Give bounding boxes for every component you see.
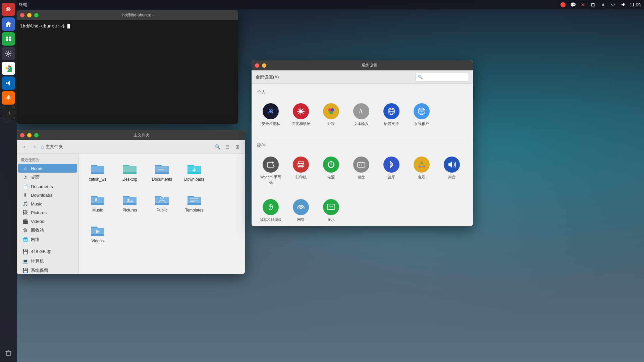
taskbar-terminal[interactable]: _$ <box>2 106 15 119</box>
settings-window: 系统设置 全部设置(A) 🔍 个人 安 <box>252 60 473 226</box>
hardware-grid: Wacom 手写板 打印机 <box>257 153 468 188</box>
settings-minimize-btn[interactable] <box>262 63 266 68</box>
power-label: 电源 <box>327 175 335 179</box>
settings-bluetooth[interactable]: 蓝牙 <box>378 153 405 188</box>
settings-brightness[interactable]: 亮度和锁屏 <box>287 99 315 130</box>
display-settings-label: 显示 <box>327 217 335 222</box>
folder-videos[interactable]: Videos <box>84 221 111 246</box>
filemanager-window: 主文件夹 ‹ › ⌂ 主文件夹 🔍 ☰ ⊞ 最近使用的 ⌂ Home 🖥 桌面 <box>17 130 245 274</box>
sidebar-item-trash[interactable]: 🗑 回收站 <box>18 226 77 235</box>
settings-printer[interactable]: 打印机 <box>287 153 315 188</box>
hardware-grid-2: 鼠标和触摸板 网络 <box>257 195 468 226</box>
taskbar-chrome[interactable] <box>2 62 15 75</box>
display-icon[interactable]: ⊞ <box>589 1 597 8</box>
svg-rect-10 <box>158 169 164 170</box>
bluetooth-topbar-icon[interactable] <box>599 1 607 8</box>
topbar: 终端 🔴 💬 ✕ ⊞ 11:09 <box>17 0 644 9</box>
folder-downloads[interactable]: Downloads <box>181 159 208 184</box>
folder-pictures[interactable]: Pictures <box>116 190 143 215</box>
sidebar-item-network[interactable]: 🌐 网络 <box>18 235 77 244</box>
taskbar-home[interactable] <box>2 17 15 31</box>
settings-close-btn[interactable] <box>255 63 259 68</box>
close-icon[interactable]: ✕ <box>579 1 587 8</box>
settings-mouse[interactable]: 鼠标和触摸板 <box>257 195 284 226</box>
settings-search-input[interactable] <box>415 73 469 81</box>
taskbar-xiaomi[interactable]: 米 <box>2 91 15 105</box>
taskbar-settings[interactable] <box>2 47 15 60</box>
terminal-maximize-btn[interactable] <box>34 13 39 17</box>
settings-security[interactable]: 安全和隐私 <box>257 99 284 130</box>
settings-section-personal: 个人 安全和隐私 <box>257 89 468 130</box>
chat-icon[interactable]: 💬 <box>569 1 577 8</box>
filemanager-minimize-btn[interactable] <box>27 133 32 137</box>
list-view-button[interactable]: ☰ <box>223 142 232 152</box>
terminal-minimize-btn[interactable] <box>27 13 32 17</box>
sidebar-item-home[interactable]: ⌂ Home <box>18 164 77 173</box>
path-bar: ⌂ 主文件夹 <box>41 144 211 150</box>
settings-power[interactable]: 电源 <box>317 153 345 188</box>
folder-public[interactable]: Public <box>149 190 175 215</box>
folder-icon-public <box>154 192 170 206</box>
sidebar-item-music[interactable]: 🎵 Music <box>18 199 77 208</box>
settings-text-input[interactable]: A 文本输入 <box>347 99 375 130</box>
redmine-icon[interactable]: 🔴 <box>559 1 567 8</box>
folder-music[interactable]: Music <box>84 190 111 215</box>
settings-online[interactable]: 在线帐户 <box>408 99 435 130</box>
grid-view-button[interactable]: ⊞ <box>233 142 242 152</box>
svg-text:Ctrl: Ctrl <box>359 164 366 167</box>
settings-keyboard[interactable]: Ctrl 键盘 <box>347 153 375 188</box>
settings-display[interactable]: 显示 <box>317 195 345 226</box>
svg-rect-1 <box>9 37 11 39</box>
taskbar-trash[interactable] <box>2 346 15 359</box>
settings-appearance[interactable]: 外观 <box>317 99 345 130</box>
brightness-label: 亮度和锁屏 <box>292 121 310 126</box>
filemanager-maximize-btn[interactable] <box>34 133 39 137</box>
terminal-content[interactable]: lhd@lhd-ubuntu:~$ <box>17 20 238 32</box>
settings-content: 个人 安全和隐私 <box>252 84 473 226</box>
network-topbar-icon[interactable] <box>609 1 617 8</box>
sidebar-item-system[interactable]: 💾 系统保留 <box>18 266 77 274</box>
settings-color[interactable]: 色彩 <box>408 153 435 188</box>
terminal-close-btn[interactable] <box>20 13 24 17</box>
sidebar-item-videos[interactable]: 🎬 Videos <box>18 217 77 226</box>
topbar-app-label: 终端 <box>19 2 28 8</box>
settings-language[interactable]: 语言支持 <box>378 99 405 130</box>
text-input-label: 文本输入 <box>354 121 369 126</box>
sidebar-home-label: Home <box>31 166 43 171</box>
search-button[interactable]: 🔍 <box>213 142 222 152</box>
language-icon <box>383 103 399 119</box>
filemanager-title: 主文件夹 <box>41 132 241 138</box>
settings-network[interactable]: 网络 <box>287 195 315 226</box>
folder-catkin-ws[interactable]: catkin_ws <box>84 159 111 184</box>
volume-sidebar-icon: 💾 <box>22 249 28 254</box>
pictures-icon: 🖼 <box>22 210 28 215</box>
sidebar-item-documents[interactable]: 📄 Documents <box>18 182 77 191</box>
settings-wacom[interactable]: Wacom 手写板 <box>257 153 284 188</box>
mouse-icon <box>263 199 279 215</box>
sidebar-item-computer[interactable]: 💻 计算机 <box>18 256 77 266</box>
back-button[interactable]: ‹ <box>19 142 29 152</box>
folder-label-pictures: Pictures <box>122 208 137 213</box>
forward-button[interactable]: › <box>30 142 40 152</box>
svg-rect-0 <box>6 37 8 39</box>
sidebar-item-volume[interactable]: 💾 448 GB 卷 <box>18 247 77 256</box>
svg-point-32 <box>303 165 304 166</box>
folder-templates[interactable]: Templates <box>181 190 208 215</box>
sidebar-computer-label: 计算机 <box>31 258 44 264</box>
filemanager-close-btn[interactable] <box>20 133 24 137</box>
volume-icon[interactable] <box>620 1 627 8</box>
taskbar-vscode[interactable] <box>2 76 15 90</box>
folder-documents[interactable]: Documents <box>149 159 175 184</box>
settings-sound[interactable]: 声音 <box>438 153 466 188</box>
sidebar-item-pictures[interactable]: 🖼 Pictures <box>18 208 77 217</box>
taskbar-logo[interactable]: 终 <box>2 3 15 16</box>
folder-desktop[interactable]: Desktop <box>116 159 143 184</box>
sidebar-volume-label: 448 GB 卷 <box>31 249 51 255</box>
taskbar-appstore[interactable] <box>2 32 15 46</box>
filemanager-titlebar: 主文件夹 <box>17 130 245 140</box>
system-icon: 💾 <box>22 268 28 273</box>
folder-label-music: Music <box>92 208 103 213</box>
divider-personal-hardware <box>257 137 468 137</box>
sidebar-item-desktop[interactable]: 🖥 桌面 <box>18 173 77 182</box>
sidebar-item-downloads[interactable]: ⬇ Downloads <box>18 191 77 199</box>
